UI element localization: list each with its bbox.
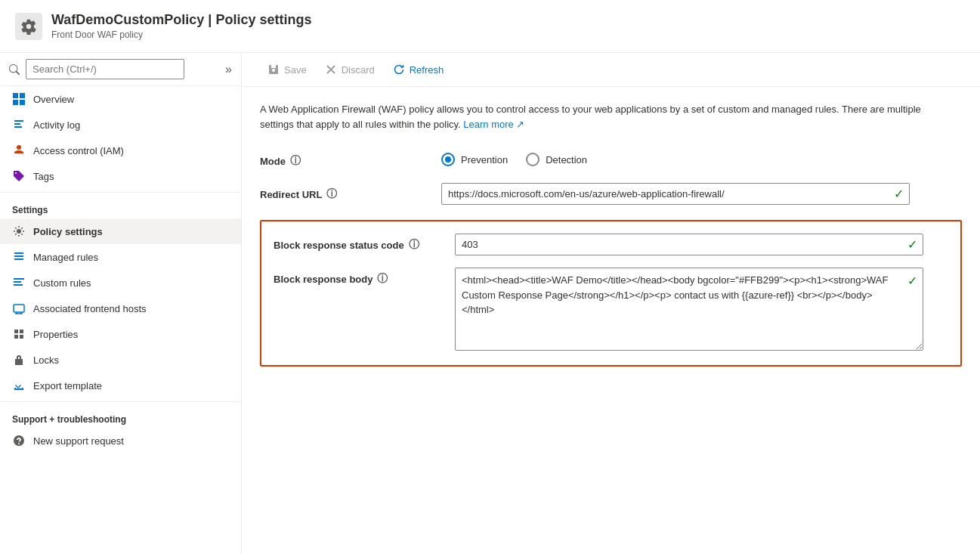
response-body-control: <html><head><title>WAF Demo</title></hea…	[455, 268, 923, 353]
mode-label: Mode ⓘ	[260, 150, 441, 168]
sidebar-label-access-control: Access control (IAM)	[33, 145, 124, 156]
refresh-label: Refresh	[410, 64, 444, 76]
status-code-check: ✓	[907, 237, 917, 252]
sidebar-label-overview: Overview	[33, 94, 74, 105]
locks-icon	[12, 353, 26, 367]
learn-more-link[interactable]: Learn more ↗	[463, 119, 524, 130]
sidebar-item-custom-rules[interactable]: Custom rules	[0, 270, 241, 296]
prevention-radio[interactable]	[441, 153, 455, 166]
page-subtitle: Front Door WAF policy	[51, 29, 311, 40]
support-request-icon	[12, 434, 26, 447]
mode-row: Mode ⓘ Prevention Detection	[260, 150, 962, 168]
search-bar: »	[0, 53, 241, 86]
frontend-hosts-icon	[12, 302, 26, 315]
svg-rect-0	[13, 93, 18, 98]
status-code-row: Block response status code ⓘ ✓	[274, 234, 948, 255]
status-code-label: Block response status code ⓘ	[274, 234, 455, 252]
sidebar-divider-1	[0, 192, 241, 193]
overview-icon	[12, 92, 26, 106]
description-text: A Web Application Firewall (WAF) policy …	[260, 102, 940, 132]
toolbar: Save Discard Refresh	[242, 53, 980, 87]
main-content: A Web Application Firewall (WAF) policy …	[242, 87, 980, 554]
sidebar-label-tags: Tags	[33, 171, 54, 182]
sidebar-item-managed-rules[interactable]: Managed rules	[0, 244, 241, 270]
access-control-icon	[12, 144, 26, 157]
sidebar-label-locks: Locks	[33, 354, 59, 366]
discard-icon	[325, 63, 337, 76]
redirect-url-check: ✓	[894, 187, 904, 201]
redirect-url-row: Redirect URL ⓘ ✓	[260, 183, 962, 205]
detection-radio[interactable]	[526, 153, 539, 166]
mode-info-icon[interactable]: ⓘ	[290, 154, 301, 168]
sidebar-label-properties: Properties	[33, 329, 78, 340]
discard-button[interactable]: Discard	[317, 59, 382, 80]
activity-log-icon	[12, 118, 26, 132]
status-code-input[interactable]	[455, 234, 923, 255]
svg-rect-6	[14, 281, 21, 283]
save-label: Save	[284, 64, 307, 76]
mode-radio-group: Prevention Detection	[441, 150, 910, 166]
response-body-textarea[interactable]: <html><head><title>WAF Demo</title></hea…	[455, 268, 923, 351]
sidebar-item-overview[interactable]: Overview	[0, 86, 241, 112]
response-body-info-icon[interactable]: ⓘ	[377, 272, 388, 286]
search-icon	[9, 64, 20, 75]
settings-section-title: Settings	[0, 196, 241, 218]
status-code-input-wrapper: ✓	[455, 234, 923, 255]
sidebar-label-managed-rules: Managed rules	[33, 252, 98, 263]
policy-settings-icon	[12, 224, 26, 238]
svg-rect-7	[14, 284, 23, 286]
sidebar-label-policy-settings: Policy settings	[33, 226, 103, 237]
response-body-label: Block response body ⓘ	[274, 268, 455, 286]
svg-rect-2	[13, 100, 18, 105]
detection-option[interactable]: Detection	[526, 153, 587, 166]
svg-point-4	[17, 229, 21, 234]
sidebar-item-properties[interactable]: Properties	[0, 321, 241, 347]
sidebar-item-frontend-hosts[interactable]: Associated frontend hosts	[0, 296, 241, 321]
resource-icon	[15, 13, 42, 40]
sidebar-item-locks[interactable]: Locks	[0, 347, 241, 373]
sidebar-item-export-template[interactable]: Export template	[0, 373, 241, 398]
block-response-box: Block response status code ⓘ ✓ Block res…	[260, 220, 962, 367]
content-area: Save Discard Refresh A Web Application F…	[242, 53, 980, 554]
properties-icon	[12, 327, 26, 341]
sidebar-label-frontend-hosts: Associated frontend hosts	[33, 303, 147, 314]
redirect-url-control: ✓	[441, 183, 910, 205]
discard-label: Discard	[342, 64, 375, 76]
sidebar-label-custom-rules: Custom rules	[33, 277, 91, 289]
redirect-url-label: Redirect URL ⓘ	[260, 183, 441, 201]
svg-rect-3	[20, 100, 25, 105]
collapse-icon[interactable]: »	[225, 63, 232, 76]
response-body-textarea-wrapper: <html><head><title>WAF Demo</title></hea…	[455, 268, 923, 353]
managed-rules-icon	[12, 250, 26, 264]
svg-rect-1	[20, 93, 25, 98]
page-title: WafDemoCustomPolicy | Policy settings	[51, 12, 311, 28]
sidebar-item-access-control[interactable]: Access control (IAM)	[0, 138, 241, 163]
mode-control: Prevention Detection	[441, 150, 910, 166]
redirect-url-info-icon[interactable]: ⓘ	[326, 187, 337, 201]
sidebar-item-policy-settings[interactable]: Policy settings	[0, 218, 241, 244]
page-header: WafDemoCustomPolicy | Policy settings Fr…	[0, 0, 980, 53]
response-body-row: Block response body ⓘ <html><head><title…	[274, 268, 948, 353]
status-code-info-icon[interactable]: ⓘ	[409, 238, 419, 252]
svg-rect-5	[14, 278, 24, 280]
title-area: WafDemoCustomPolicy | Policy settings Fr…	[51, 12, 311, 40]
sidebar-label-activity-log: Activity log	[33, 119, 80, 131]
sidebar-divider-2	[0, 401, 241, 402]
sidebar-item-support-request[interactable]: New support request	[0, 428, 241, 453]
redirect-url-input[interactable]	[441, 183, 910, 205]
sidebar-label-support-request: New support request	[33, 435, 124, 447]
redirect-url-input-wrapper: ✓	[441, 183, 910, 205]
refresh-icon	[393, 63, 405, 76]
search-input[interactable]	[26, 59, 184, 79]
support-section-title: Support + troubleshooting	[0, 405, 241, 428]
custom-rules-icon	[12, 276, 26, 289]
sidebar-item-activity-log[interactable]: Activity log	[0, 112, 241, 138]
save-icon	[267, 63, 280, 76]
refresh-button[interactable]: Refresh	[385, 59, 452, 80]
prevention-option[interactable]: Prevention	[441, 153, 508, 166]
save-button[interactable]: Save	[260, 59, 314, 80]
sidebar-item-tags[interactable]: Tags	[0, 163, 241, 189]
tags-icon	[12, 169, 26, 183]
export-template-icon	[12, 379, 26, 392]
sidebar: » Overview Activity log	[0, 53, 242, 554]
